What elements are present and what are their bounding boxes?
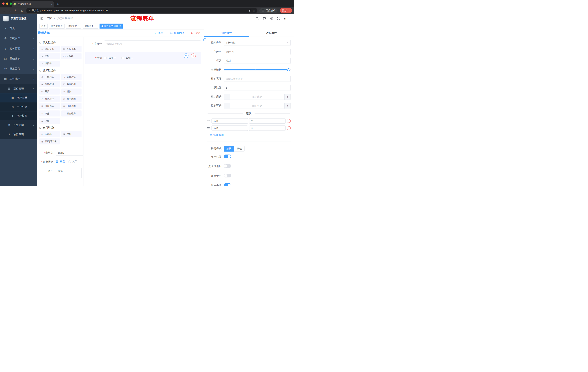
tag-process-definition[interactable]: 流程定义 × (49, 23, 64, 28)
show-label-toggle[interactable] (224, 155, 231, 158)
remove-option-button[interactable]: − (287, 126, 291, 130)
phone-input[interactable] (104, 41, 201, 47)
form-remark-textarea[interactable]: 嘿嘿 (56, 168, 82, 178)
browser-tab[interactable]: 芋道管理系统 × (12, 1, 54, 7)
browser-menu-icon[interactable]: ⋮ (288, 9, 290, 12)
form-canvas[interactable]: *手机号 (84, 37, 204, 186)
back-icon[interactable]: ← (2, 9, 7, 12)
palette-item-radio-group[interactable]: ◉单选框组 (39, 81, 60, 87)
palette-item-row-container[interactable]: ◫行容器 (39, 131, 60, 137)
copy-component-button[interactable] (184, 53, 189, 58)
new-tab-button[interactable]: + (57, 2, 59, 6)
sidebar-item-leave-query[interactable]: ♟ 请假查询 (0, 130, 37, 139)
palette-item-upload[interactable]: ☁上传 (39, 118, 60, 124)
palette-item-color-picker[interactable]: ◐颜色选择 (61, 110, 82, 117)
border-toggle[interactable] (224, 164, 231, 168)
min-select-value[interactable]: 至少应选 (230, 94, 284, 100)
search-icon[interactable] (256, 17, 259, 20)
home-icon[interactable]: ⌂ (19, 9, 24, 12)
slider-track[interactable] (224, 69, 291, 70)
tag-process-form[interactable]: 流程表单 × (83, 23, 98, 28)
tab-close-icon[interactable]: × (51, 2, 52, 5)
phone-field[interactable]: *手机号 (85, 41, 201, 47)
disabled-toggle[interactable] (224, 174, 231, 177)
label-width-input[interactable] (224, 76, 291, 82)
slider-handle[interactable] (287, 68, 290, 71)
app-logo-row[interactable]: 芋道管理系统 (0, 14, 37, 23)
increase-button[interactable]: + (284, 94, 290, 100)
zoom-window-button[interactable] (10, 2, 12, 5)
bookmark-star-icon[interactable]: ☆ (253, 9, 255, 12)
tag-home[interactable]: 首页 (39, 23, 47, 28)
remove-option-button[interactable]: − (287, 119, 291, 123)
reload-icon[interactable]: ↻ (13, 9, 19, 12)
add-option-button[interactable]: ⊕ 添加选项 (210, 133, 291, 137)
tag-close-icon[interactable]: × (95, 25, 96, 27)
gender-field-selected[interactable]: *性别 选项一 选项二 (85, 52, 201, 64)
palette-item-time-range[interactable]: ◶时间范围 (61, 96, 82, 102)
decrease-button[interactable]: − (224, 94, 230, 100)
field-name-input[interactable] (224, 49, 291, 55)
palette-item-single-line-text[interactable]: ▭单行文本 (39, 46, 60, 52)
palette-item-switch[interactable]: ⊶开关 (39, 88, 60, 95)
checkbox-option-1[interactable]: 选项一 (104, 56, 116, 60)
github-icon[interactable] (263, 17, 266, 20)
style-button-button[interactable]: 按钮 (234, 146, 244, 152)
tag-close-icon[interactable]: × (61, 25, 63, 27)
tab-component-props[interactable]: 组件属性 (204, 29, 249, 37)
option-name-input[interactable] (211, 125, 248, 131)
palette-item-table[interactable]: ▦表格[开发中] (39, 138, 60, 145)
sidebar-item-home[interactable]: ◔ 首页 (0, 23, 37, 33)
view-json-button[interactable]: 查看json (170, 31, 184, 35)
palette-item-slider[interactable]: ⊸滑块 (61, 88, 82, 95)
tab-form-props[interactable]: 表单属性 (249, 29, 294, 37)
breadcrumb-home[interactable]: 首页 (47, 17, 52, 20)
radio-closed[interactable]: 关闭 (68, 160, 77, 163)
tag-close-icon[interactable]: × (78, 25, 79, 27)
sidebar-item-process-form[interactable]: ▥ 流程表单 (0, 93, 37, 102)
checkbox-option-2[interactable]: 选项二 (121, 56, 133, 60)
title-input[interactable] (224, 58, 291, 64)
option-value-input[interactable] (249, 125, 286, 131)
component-type-select[interactable]: 多选框组 ∨ (224, 40, 291, 46)
text-size-icon[interactable]: tT (284, 17, 287, 20)
address-bar[interactable]: ⚠ 不安全 | dashboard.yudao.iocoder.cn/bpm/m… (26, 8, 257, 13)
password-key-icon[interactable] (249, 9, 252, 12)
increase-button[interactable]: + (284, 103, 290, 109)
sidebar-item-dev-tools[interactable]: ⚒ 研发工具 ∨ (0, 64, 37, 74)
palette-item-checkbox-group[interactable]: ☑多选框组 (61, 81, 82, 87)
sidebar-item-process-management[interactable]: ☰ 流程管理 ∧ (0, 84, 37, 94)
max-select-value[interactable]: 最多可选 (230, 103, 284, 109)
palette-item-multiline-text[interactable]: ▤多行文本 (61, 46, 82, 52)
sidebar-toggle-icon[interactable] (40, 17, 44, 20)
close-window-button[interactable] (2, 2, 4, 5)
drag-handle-icon[interactable] (207, 127, 210, 130)
tag-process-model[interactable]: 流程模型 × (66, 23, 81, 28)
palette-item-counter[interactable]: 123计数器 (61, 53, 82, 59)
sidebar-item-system-management[interactable]: ⚙ 系统管理 ∨ (0, 33, 37, 43)
option-value-input[interactable] (249, 118, 286, 124)
form-grid-slider[interactable] (224, 67, 291, 73)
required-toggle[interactable] (224, 183, 231, 186)
palette-item-editor[interactable]: ✎编辑器 (39, 61, 60, 67)
palette-item-date-range[interactable]: ▩日期范围 (61, 103, 82, 109)
palette-item-select[interactable]: ◎下拉选择 (39, 74, 60, 80)
default-value-input[interactable] (224, 85, 291, 91)
minimize-window-button[interactable] (6, 2, 8, 5)
save-button[interactable]: ✓ 保存 (155, 31, 163, 35)
palette-item-password[interactable]: ∗密码 (39, 53, 60, 59)
sidebar-item-task-management[interactable]: ⚑ 任务管理 ∨ (0, 120, 37, 130)
form-name-input[interactable] (56, 149, 84, 156)
sidebar-item-user-group[interactable]: ✉ 用户分组 (0, 102, 37, 111)
palette-item-rate[interactable]: ☆评分 (39, 110, 60, 117)
palette-item-time-picker[interactable]: ◷时间选择 (39, 96, 60, 102)
sidebar-item-infrastructure[interactable]: ▤ 基础设施 ∨ (0, 54, 37, 64)
option-name-input[interactable] (211, 118, 248, 124)
clear-button[interactable]: 清空 (191, 31, 200, 35)
tag-process-form-edit[interactable]: 流程表单-编辑 × (100, 23, 123, 28)
palette-item-button[interactable]: ▣按钮 (61, 131, 82, 137)
fullscreen-icon[interactable] (277, 17, 280, 20)
delete-component-button[interactable] (191, 53, 196, 58)
radio-open[interactable]: 开启 (56, 160, 65, 163)
palette-item-cascader[interactable]: ⋔级联选择 (61, 74, 82, 80)
